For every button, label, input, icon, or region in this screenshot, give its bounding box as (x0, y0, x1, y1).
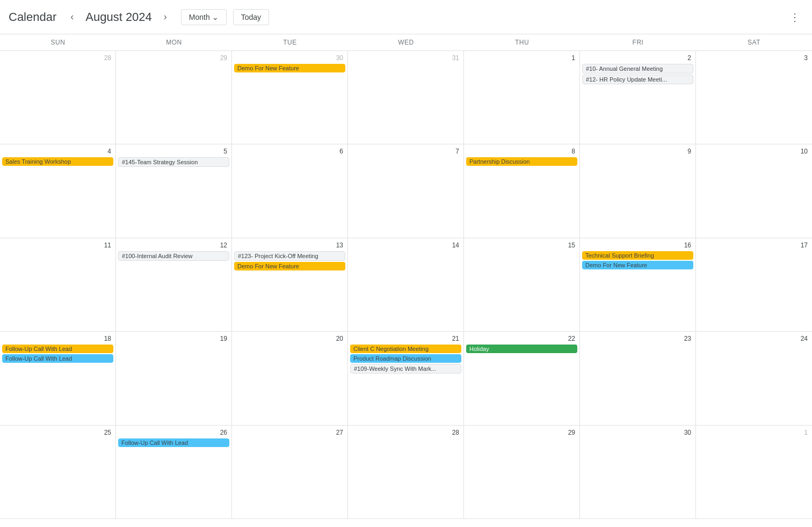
calendar-cell-1[interactable]: 1 (696, 426, 812, 518)
day-number: 18 (2, 334, 113, 345)
calendar-event[interactable]: Demo For New Feature (234, 64, 345, 72)
day-number: 7 (350, 147, 461, 157)
calendar-cell-21[interactable]: 21Client C Negotiation MeetingProduct Ro… (348, 332, 464, 424)
view-selector-button[interactable]: Month ⌄ (181, 9, 227, 25)
chevron-down-icon: ⌄ (212, 13, 219, 21)
day-number: 5 (118, 147, 229, 157)
calendar-cell-27[interactable]: 27 (232, 426, 348, 518)
day-number: 8 (466, 147, 577, 157)
day-number: 20 (234, 334, 345, 345)
calendar-event[interactable]: Follow-Up Call With Lead (2, 345, 113, 353)
day-number: 11 (2, 240, 113, 251)
calendar-cell-20[interactable]: 20 (232, 332, 348, 424)
calendar-cell-3[interactable]: 3 (696, 51, 812, 144)
calendar-cell-10[interactable]: 10 (696, 144, 812, 237)
day-number: 14 (350, 240, 461, 251)
calendar-event[interactable]: #123- Project Kick-Off Meeting (234, 251, 345, 261)
calendar-cell-22[interactable]: 22Holiday (464, 332, 580, 424)
calendar-cell-29[interactable]: 29 (464, 426, 580, 518)
calendar-cell-6[interactable]: 6 (232, 144, 348, 237)
day-number: 1 (698, 428, 810, 438)
calendar-cell-30[interactable]: 30Demo For New Feature (232, 51, 348, 144)
view-label: Month (189, 13, 210, 21)
calendar-cell-17[interactable]: 17 (696, 238, 812, 331)
calendar-event[interactable]: Sales Training Workshop (2, 157, 113, 166)
day-number: 29 (118, 53, 229, 64)
calendar-cell-7[interactable]: 7 (348, 144, 464, 237)
calendar-week-4: 2526Follow-Up Call With Lead272829301 (0, 426, 812, 519)
calendar-cell-13[interactable]: 13#123- Project Kick-Off MeetingDemo For… (232, 238, 348, 331)
day-number: 3 (698, 53, 810, 64)
calendar-cell-16[interactable]: 16Technical Support BriefingDemo For New… (580, 238, 696, 331)
calendar-event[interactable]: Demo For New Feature (582, 261, 693, 269)
day-number: 6 (234, 147, 345, 157)
calendar-cell-9[interactable]: 9 (580, 144, 696, 237)
calendar-event[interactable]: Follow-Up Call With Lead (2, 354, 113, 363)
calendar-event[interactable]: #10- Annual General Meeting (582, 64, 693, 74)
day-number: 23 (582, 334, 693, 345)
day-number: 25 (2, 428, 113, 438)
day-number: 27 (234, 428, 345, 438)
calendar-cell-5[interactable]: 5#145-Team Strategy Session (116, 144, 232, 237)
day-header-sat: SAT (696, 34, 812, 50)
next-month-button[interactable]: › (161, 8, 170, 26)
day-number: 10 (698, 147, 810, 157)
calendar-cell-30[interactable]: 30 (580, 426, 696, 518)
day-number: 1 (466, 53, 577, 64)
calendar-cell-24[interactable]: 24 (696, 332, 812, 424)
day-number: 31 (350, 53, 461, 64)
calendar-event[interactable]: Demo For New Feature (234, 262, 345, 270)
today-button[interactable]: Today (233, 9, 269, 25)
calendar-event[interactable]: #12- HR Policy Update Meeti... (582, 75, 693, 84)
calendar-cell-15[interactable]: 15 (464, 238, 580, 331)
calendar-cell-12[interactable]: 12#100-Internal Audit Review (116, 238, 232, 331)
calendar-event[interactable]: Follow-Up Call With Lead (118, 438, 229, 447)
day-number: 28 (350, 428, 461, 438)
calendar-event[interactable]: #100-Internal Audit Review (118, 251, 229, 261)
calendar-event[interactable]: Product Roadmap Discussion (350, 354, 461, 363)
calendar-cell-1[interactable]: 1 (464, 51, 580, 144)
calendar-cell-14[interactable]: 14 (348, 238, 464, 331)
day-number: 29 (466, 428, 577, 438)
calendar-cell-28[interactable]: 28 (0, 51, 116, 144)
day-number: 2 (582, 53, 693, 64)
calendar-cell-26[interactable]: 26Follow-Up Call With Lead (116, 426, 232, 518)
calendar-event[interactable]: Technical Support Briefing (582, 251, 693, 260)
calendar-cell-25[interactable]: 25 (0, 426, 116, 518)
day-header-mon: MON (116, 34, 232, 50)
prev-month-button[interactable]: ‹ (67, 8, 77, 26)
calendar-event[interactable]: #145-Team Strategy Session (118, 157, 229, 167)
calendar-cell-23[interactable]: 23 (580, 332, 696, 424)
day-header-sun: SUN (0, 34, 116, 50)
day-header-tue: TUE (232, 34, 348, 50)
day-number: 17 (698, 240, 810, 251)
app-title: Calendar (9, 10, 56, 24)
calendar-event[interactable]: Holiday (466, 345, 577, 353)
calendar-event[interactable]: Partnership Discussion (466, 157, 577, 166)
calendar-cell-29[interactable]: 29 (116, 51, 232, 144)
calendar-event[interactable]: #109-Weekly Sync With Mark... (350, 364, 461, 374)
day-number: 30 (582, 428, 693, 438)
day-header-fri: FRI (580, 34, 696, 50)
day-number: 24 (698, 334, 810, 345)
day-number: 28 (2, 53, 113, 64)
calendar-cell-4[interactable]: 4Sales Training Workshop (0, 144, 116, 237)
day-header-wed: WED (348, 34, 464, 50)
day-number: 19 (118, 334, 229, 345)
calendar-cell-18[interactable]: 18Follow-Up Call With LeadFollow-Up Call… (0, 332, 116, 424)
calendar-cell-31[interactable]: 31 (348, 51, 464, 144)
calendar-cell-11[interactable]: 11 (0, 238, 116, 331)
more-options-button[interactable]: ⋮ (786, 8, 803, 27)
calendar-week-2: 1112#100-Internal Audit Review13#123- Pr… (0, 238, 812, 332)
calendar-cell-2[interactable]: 2#10- Annual General Meeting#12- HR Poli… (580, 51, 696, 144)
day-number: 21 (350, 334, 461, 345)
calendar-event[interactable]: Client C Negotiation Meeting (350, 345, 461, 353)
calendar-cell-19[interactable]: 19 (116, 332, 232, 424)
calendar-week-3: 18Follow-Up Call With LeadFollow-Up Call… (0, 332, 812, 425)
calendar-body: 282930Demo For New Feature3112#10- Annua… (0, 51, 812, 519)
calendar-cell-8[interactable]: 8Partnership Discussion (464, 144, 580, 237)
calendar-week-0: 282930Demo For New Feature3112#10- Annua… (0, 51, 812, 144)
day-number: 9 (582, 147, 693, 157)
day-headers: SUNMONTUEWEDTHUFRISAT (0, 34, 812, 51)
calendar-cell-28[interactable]: 28 (348, 426, 464, 518)
